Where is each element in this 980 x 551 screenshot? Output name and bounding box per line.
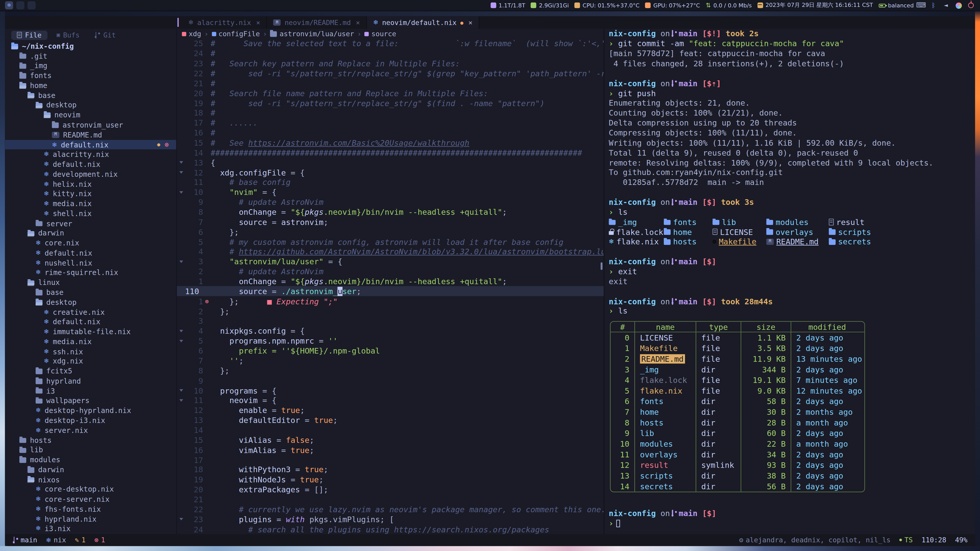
tab-alacritty-nix[interactable]: alacritty.nix ×	[182, 16, 267, 29]
editor-line[interactable]: 13{	[177, 158, 604, 168]
tree-item[interactable]: fhs-fonts.nix	[5, 504, 177, 514]
editor-line[interactable]: 16 vimAlias = true;	[177, 445, 604, 455]
editor-line[interactable]: 17# ......	[177, 118, 604, 128]
tab-git[interactable]: Git	[89, 30, 121, 40]
editor-line[interactable]: 22 # currently we use lazy.nvim as neovi…	[177, 504, 604, 514]
editor-line[interactable]: 18 withPython3 = true;	[177, 465, 604, 475]
editor-line[interactable]: 13 defaultEditor = true;	[177, 415, 604, 425]
tree-item[interactable]: alacritty.nix	[5, 149, 177, 159]
tab-buffers[interactable]: Bufs	[51, 30, 86, 40]
tree-item[interactable]: xdg.nix	[5, 356, 177, 366]
editor-line[interactable]: 21	[177, 494, 604, 504]
tree-item[interactable]: darwin	[5, 465, 177, 475]
editor-line[interactable]: 4 nixpkgs.config = {	[177, 326, 604, 336]
tree-item[interactable]: helix.nix	[5, 179, 177, 189]
editor-line[interactable]: 15 viAlias = false;	[177, 435, 604, 445]
tree-item[interactable]: fonts	[5, 71, 177, 81]
tree-item[interactable]: lib	[5, 445, 177, 455]
editor-line[interactable]: 10 programs = {	[177, 386, 604, 395]
tree-item[interactable]: i3	[5, 386, 177, 396]
editor-line[interactable]: 17	[177, 455, 604, 465]
editor-line[interactable]: 14######################################…	[177, 148, 604, 158]
tree-item[interactable]: desktop-i3.nix	[5, 416, 177, 426]
close-icon[interactable]: ×	[468, 18, 473, 27]
editor-line[interactable]: 20# Search file name pattern and Replace…	[177, 88, 604, 98]
close-icon[interactable]: ×	[256, 18, 260, 27]
fold-column[interactable]	[177, 399, 185, 402]
editor-line[interactable]: 24 # search all the plugins using https:…	[177, 524, 604, 534]
editor-line[interactable]: 11 # base config	[177, 178, 604, 187]
terminal-pane[interactable]: nix-config onmain [$!] took 2s› git comm…	[604, 29, 975, 534]
tree-item[interactable]: hyprland.nix	[5, 514, 177, 524]
tree-item[interactable]: core-desktop.nix	[5, 484, 177, 494]
tree-item[interactable]: base	[5, 91, 177, 100]
tree-item[interactable]: neovim	[5, 110, 177, 120]
editor-line[interactable]: 16#	[177, 128, 604, 138]
tree-item[interactable]: fcitx5	[5, 366, 177, 376]
editor-line[interactable]: 5 # my cusotom astronvim config, astronv…	[177, 237, 604, 247]
editor-line[interactable]: 1⊗ }; ■ Expecting ";"	[177, 297, 604, 306]
error-count[interactable]: ⊗ 1	[94, 536, 105, 544]
tree-item[interactable]: base	[5, 287, 177, 297]
editor-line[interactable]: 23 plugins = with pkgs.vimPlugins; [	[177, 514, 604, 524]
tree-item[interactable]: home	[5, 81, 177, 91]
breadcrumb-item[interactable]: source	[364, 30, 396, 38]
tree-item[interactable]: shell.nix	[5, 209, 177, 219]
editor-line[interactable]: 14	[177, 425, 604, 435]
tree-item[interactable]: ssh.nix	[5, 347, 177, 357]
editor-line[interactable]: 22# sed -ri "s/pattern_str/replace_str/g…	[177, 68, 604, 78]
tree-item[interactable]: nixos	[5, 475, 177, 484]
tree-item[interactable]: .git	[5, 51, 177, 61]
editor-line[interactable]: 11 neovim = {	[177, 395, 604, 405]
editor-line[interactable]: 19 withNodeJs = true;	[177, 475, 604, 485]
tree-item[interactable]: creative.nix	[5, 307, 177, 317]
tree-item[interactable]: darwin	[5, 228, 177, 238]
tab-files[interactable]: File	[11, 30, 47, 40]
editor-line[interactable]: 2 };	[177, 306, 604, 316]
editor-line[interactable]: 24#	[177, 49, 604, 59]
tree-item[interactable]: linux	[5, 278, 177, 287]
tree-item[interactable]: desktop	[5, 100, 177, 110]
editor-line[interactable]: 10 "nvim" = {	[177, 187, 604, 197]
tab-neovim-default-nix[interactable]: neovim/default.nix ● ×	[367, 16, 479, 29]
editor-line[interactable]: 9 # update AstroNvim	[177, 197, 604, 207]
tree-item[interactable]: default.nix	[5, 317, 177, 327]
scrollbar-thumb[interactable]	[600, 262, 603, 270]
breadcrumb-item[interactable]: configFile	[212, 30, 260, 38]
workspace-1[interactable]: ❄	[5, 1, 13, 10]
tree-item[interactable]: desktop	[5, 297, 177, 307]
tree-item[interactable]: rime-squirrel.nix	[5, 268, 177, 278]
tree-item[interactable]: hosts	[5, 435, 177, 445]
tree-item[interactable]: core.nix	[5, 238, 177, 248]
breadcrumb-item[interactable]: astronvim/lua/user	[270, 30, 354, 38]
editor-line[interactable]: 8 };	[177, 366, 604, 376]
tree-item[interactable]: modules	[5, 455, 177, 465]
fold-column[interactable]	[177, 171, 185, 174]
tree-item[interactable]: kitty.nix	[5, 189, 177, 199]
editor-line[interactable]: 9	[177, 375, 604, 386]
fold-column[interactable]	[177, 518, 185, 521]
editor-line[interactable]: 19# sed -ri "s/pattern_str/replace_str/g…	[177, 98, 604, 108]
editor-line[interactable]: 5 programs.npm.npmrc = ''	[177, 336, 604, 346]
tree-item[interactable]: server	[5, 219, 177, 229]
workspace-2[interactable]	[16, 1, 24, 10]
power-button[interactable]	[967, 1, 975, 10]
tree-item[interactable]: immutable-file.nix	[5, 327, 177, 337]
fold-column[interactable]	[177, 260, 185, 263]
editor-line[interactable]: 12 enable = true;	[177, 405, 604, 415]
tree-item[interactable]: server.nix	[5, 425, 177, 435]
tree-item[interactable]: desktop-hyprland.nix	[5, 406, 177, 416]
git-branch-indicator[interactable]: main	[13, 536, 37, 544]
tree-item[interactable]: default.nix●⊗	[5, 140, 177, 150]
close-icon[interactable]: ×	[356, 18, 360, 27]
fold-column[interactable]	[177, 340, 185, 342]
fold-column[interactable]	[177, 161, 185, 164]
editor-line[interactable]: 6 prefix = ''${HOME}/.npm-global	[177, 346, 604, 356]
editor-line[interactable]: 3 "astronvim/lua/user" = {	[177, 257, 604, 267]
tree-item[interactable]: development.nix	[5, 169, 177, 179]
tree-item[interactable]: ~/nix-config	[5, 41, 177, 51]
tree-item[interactable]: hyprland	[5, 376, 177, 386]
code-editor[interactable]: xdg › configFile › astronvim/lua/user › …	[177, 29, 604, 534]
tree-item[interactable]: _img	[5, 61, 177, 71]
fold-column[interactable]	[177, 191, 185, 194]
